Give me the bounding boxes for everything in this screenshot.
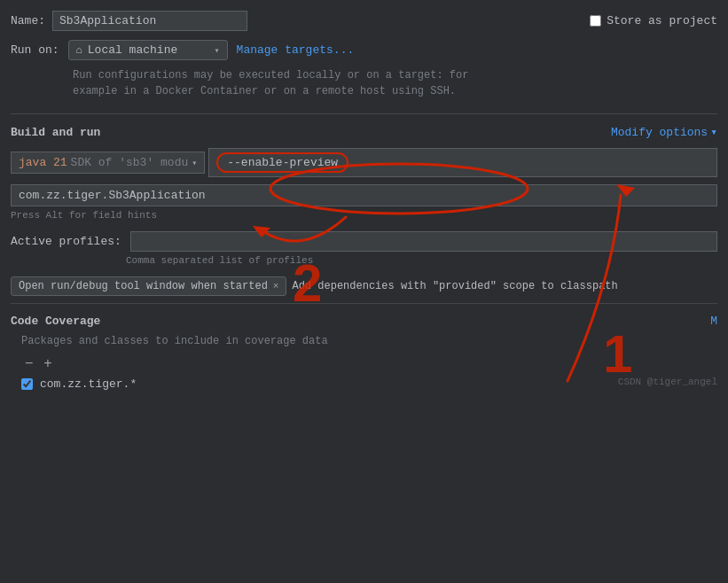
coverage-entry: com.zz.tiger.*	[21, 377, 717, 391]
vm-options-highlighted: --enable-preview	[216, 152, 348, 173]
modify-options-label: Modify options	[611, 126, 708, 139]
tag-overflow-label: Add dependencies with "provided" scope t…	[292, 280, 617, 292]
tag-open-window-close[interactable]: ×	[273, 282, 279, 292]
watermark: CSDN @tiger_angel	[618, 377, 717, 387]
run-on-label: Run on:	[11, 43, 59, 57]
coverage-entry-checkbox[interactable]	[21, 378, 33, 390]
name-label: Name:	[11, 14, 45, 27]
store-as-project-checkbox[interactable]	[590, 15, 601, 27]
name-row: Name: Store as project	[11, 7, 717, 31]
build-row: java 21 SDK of 'sb3' modu ▾ --enable-pre…	[11, 148, 717, 177]
coverage-section: Code Coverage M Packages and classes to …	[11, 303, 717, 391]
modify-options-button[interactable]: Modify options ▾	[611, 125, 717, 139]
coverage-title: Code Coverage	[11, 315, 100, 328]
store-as-project-label: Store as project	[607, 14, 717, 27]
sdk-dropdown-arrow: ▾	[192, 158, 197, 168]
java-sdk-select[interactable]: java 21 SDK of 'sb3' modu ▾	[11, 152, 205, 174]
profiles-hint: Comma separated list of profiles	[126, 255, 717, 266]
main-class-input[interactable]	[11, 184, 717, 206]
run-on-row: Run on: ⌂ Local machine ▾ Manage targets…	[11, 40, 717, 60]
build-run-title: Build and run	[11, 126, 100, 139]
sdk-text: SDK of 'sb3' modu	[71, 156, 189, 169]
tags-row: Open run/debug tool window when started …	[11, 276, 717, 296]
run-description: Run configurations may be executed local…	[73, 67, 717, 99]
manage-targets-link[interactable]: Manage targets...	[237, 43, 355, 57]
profiles-row: Active profiles:	[11, 231, 717, 252]
field-hint: Press Alt for field hints	[11, 210, 717, 221]
name-input[interactable]	[52, 11, 247, 31]
modify-options-arrow: ▾	[710, 125, 717, 139]
remove-coverage-button[interactable]: −	[21, 354, 36, 372]
coverage-package-value: com.zz.tiger.*	[40, 377, 137, 391]
coverage-modify-link[interactable]: M	[710, 315, 717, 328]
tag-open-window-label: Open run/debug tool window when started	[19, 280, 268, 292]
coverage-header: Code Coverage M	[11, 315, 717, 328]
tag-open-window: Open run/debug tool window when started …	[11, 276, 286, 296]
run-on-value: Local machine	[88, 43, 209, 57]
coverage-description: Packages and classes to include in cover…	[21, 335, 717, 347]
store-as-project: Store as project	[590, 14, 717, 27]
profiles-input[interactable]	[130, 231, 717, 252]
run-on-select[interactable]: ⌂ Local machine ▾	[68, 40, 228, 60]
home-icon: ⌂	[76, 44, 82, 57]
run-on-dropdown-arrow: ▾	[215, 45, 220, 56]
java-version: java 21	[19, 156, 67, 169]
build-run-section-header: Build and run Modify options ▾	[11, 125, 717, 139]
coverage-toolbar: − +	[21, 354, 717, 372]
profiles-label: Active profiles:	[11, 235, 121, 248]
add-coverage-button[interactable]: +	[40, 354, 55, 372]
section-divider	[11, 113, 717, 114]
